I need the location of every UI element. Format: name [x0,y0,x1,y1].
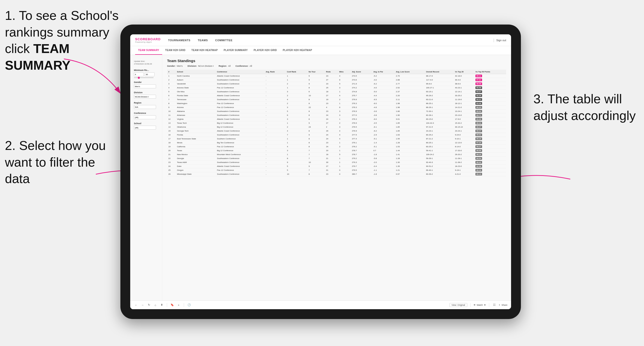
table-row[interactable]: 23 Texas A&M Southeastern Conference - 9… [167,161,506,165]
watch-button[interactable]: 👁 Watch ▼ [474,304,486,306]
col-rnds: Rnds [325,70,338,74]
table-row[interactable]: 2 Auburn Southeastern Conference - 1 9 2… [167,78,506,82]
nav-committee[interactable]: COMMITTEE [215,38,233,43]
standings-title: Team Standings [167,59,506,63]
view-original-button[interactable]: View: Original [450,303,467,307]
logo-scoreboard: SCOREBOARD [135,37,161,41]
tab-player-h2h-heatmap[interactable]: PLAYER H2H HEATMAP [280,46,315,55]
table-row[interactable]: 20 Texas Big 12 Conference - 3 7 20 1 27… [167,149,506,153]
table-row[interactable]: 12 Virginia Atlantic Coast Conference - … [167,117,506,121]
share-button[interactable]: ⇧ Share [498,304,508,306]
eye-icon: 👁 [474,304,476,306]
filter-conference: Conference (All) [134,112,158,119]
rank-from-input[interactable] [134,72,144,76]
table-row[interactable]: 8 Washington Pac-12 Conference - 2 8 23 … [167,102,506,106]
table-row[interactable]: 7 Tennessee Southeastern Conference - 4 … [167,98,506,102]
region-select[interactable]: N/A [134,105,156,109]
separator-3 [470,303,470,307]
tab-player-h2h-grid[interactable]: PLAYER H2H GRID [250,46,280,55]
col-vs-top50: Vs Top 50 Points [474,70,506,74]
table-row[interactable]: 5 Ole Miss Southeastern Conference - 3 6… [167,90,506,94]
standings-table: # School Conference Avg. Rank Conf Rank … [167,70,506,176]
home-icon[interactable]: ⌂ [153,303,158,307]
col-vs-top25: Vs Top 25 [454,70,474,74]
reload-icon[interactable]: ↻ [147,303,151,307]
col-conference: Conference [216,70,264,74]
update-time: Update time: 27/03/2024 16:56:26 [134,60,158,65]
table-row[interactable]: 24 Duke Atlantic Coast Conference - 5 9 … [167,165,506,168]
col-no-tour: No Tour [308,70,325,74]
back-icon[interactable]: ← [134,303,138,307]
right-content: Team Standings Gender: Men's Division: N… [162,55,511,300]
col-avg-to-par: Avg. to Par [372,70,395,74]
nav-tournaments[interactable]: TOURNAMENTS [168,38,190,43]
table-row[interactable]: 17 East Tennessee State Southern Confere… [167,137,506,141]
table-row[interactable]: 9 Arizona Pac-12 Conference - 3 22 4 6 2… [167,106,506,109]
main-nav: TOURNAMENTS TEAMS COMMITTEE [168,38,494,43]
col-wins: Wins [338,70,350,74]
slider-handle [138,77,140,79]
bookmark-icon[interactable]: 🔖 [170,303,174,307]
col-adj-score: Adj. Score [350,70,372,74]
table-row[interactable]: 1 North Carolina Atlantic Coast Conferen… [167,74,506,78]
rank-slider[interactable] [134,77,154,78]
table-row[interactable]: 16 Florida Southeastern Conference - 7 9… [167,133,506,137]
table-row[interactable]: 4 Arizona State Pac-12 Conference - 1 8 … [167,86,506,90]
separator-4 [489,303,489,307]
school-select[interactable]: (All) [134,126,156,130]
separator-1 [167,303,167,307]
gender-select[interactable]: Men's [134,84,156,88]
col-overall: Overall Record [425,70,454,74]
table-row[interactable]: 26 Mississippi State Southeastern Confer… [167,172,506,176]
tab-player-summary[interactable]: PLAYER SUMMARY [221,46,250,55]
tablet-frame: SCOREBOARD Powered by clipp'd TOURNAMENT… [120,24,521,319]
forward-icon[interactable]: → [140,303,145,307]
table-row[interactable]: 13 Texas Tech Big 12 Conference - 1 9 27… [167,121,506,125]
separator-2 [184,303,184,307]
grid-icon[interactable]: ☷ [492,303,496,307]
rank-to-input[interactable] [145,72,154,76]
main-content: Update time: 27/03/2024 16:56:26 Minimum… [130,55,511,300]
logo-powered: Powered by clipp'd [135,41,161,43]
add-tab-icon[interactable]: + [176,303,181,307]
tab-team-summary[interactable]: TEAM SUMMARY [135,46,162,55]
share-icon-toolbar[interactable]: ⬆ [160,303,164,307]
left-panel: Update time: 27/03/2024 16:56:26 Minimum… [130,55,162,300]
conference-select[interactable]: (All) [134,115,156,119]
tab-team-h2h-grid[interactable]: TEAM H2H GRID [162,46,188,55]
clock-icon[interactable]: 🕐 [187,303,192,307]
app-header: SCOREBOARD Powered by clipp'd TOURNAMENT… [130,34,511,46]
col-avg-rank: Avg. Rank [265,70,286,74]
table-row[interactable]: 25 Oregon Pac-12 Conference - 5 7 21 0 2… [167,168,506,172]
filters-row: Gender: Men's Division: NCAA Division I … [167,65,506,67]
table-row[interactable]: 21 New Mexico Mountain West Conference -… [167,153,506,157]
arrow-1 [49,56,128,106]
table-row[interactable]: 14 Oklahoma Big 12 Conference - 2 24 2 3… [167,125,506,129]
table-row[interactable]: 3 Vanderbilt Southeastern Conference - 2… [167,82,506,86]
table-row[interactable]: 15 Georgia Tech Atlantic Coast Conferenc… [167,129,506,133]
table-row[interactable]: 22 Georgia Southeastern Conference - 8 7… [167,157,506,161]
filter-division: Division NCAA Division I [134,91,158,99]
filter-school: School (All) [134,122,158,130]
sign-out[interactable]: Sign out [496,39,506,42]
share-icon: ⇧ [498,304,500,306]
table-row[interactable]: 11 Arkansas Southeastern Conference - 6 … [167,113,506,117]
division-select[interactable]: NCAA Division I [134,95,156,99]
filter-gender: Gender Men's [134,81,158,88]
filter-minimum-rank: Minimum Ro... [134,69,158,78]
table-row[interactable]: 19 California Pac-12 Conference - 4 8 24… [167,145,506,149]
bottom-toolbar: ← → ↻ ⌂ ⬆ 🔖 + 🕐 View: Original 👁 Watch ▼… [130,300,511,309]
table-row[interactable]: 10 Alabama Southeastern Conference - 5 8… [167,109,506,113]
tablet-screen: SCOREBOARD Powered by clipp'd TOURNAMENT… [130,34,511,309]
table-row[interactable]: 18 Illinois Big Ten Conference - 1 8 23 … [167,141,506,145]
chevron-down-icon: ▼ [484,304,486,306]
col-rank: # [167,70,176,74]
filter-region: Region N/A [134,102,158,109]
logo-area: SCOREBOARD Powered by clipp'd [135,37,161,43]
table-row[interactable]: 6 Florida State Atlantic Coast Conferenc… [167,94,506,98]
tab-team-h2h-heatmap[interactable]: TEAM H2H HEATMAP [188,46,221,55]
instruction-3: 3. The table will adjust accordingly [534,91,637,124]
col-avg-low: Avg. Low Score [394,70,425,74]
col-conf-rank: Conf Rank [286,70,308,74]
nav-teams[interactable]: TEAMS [198,38,208,43]
